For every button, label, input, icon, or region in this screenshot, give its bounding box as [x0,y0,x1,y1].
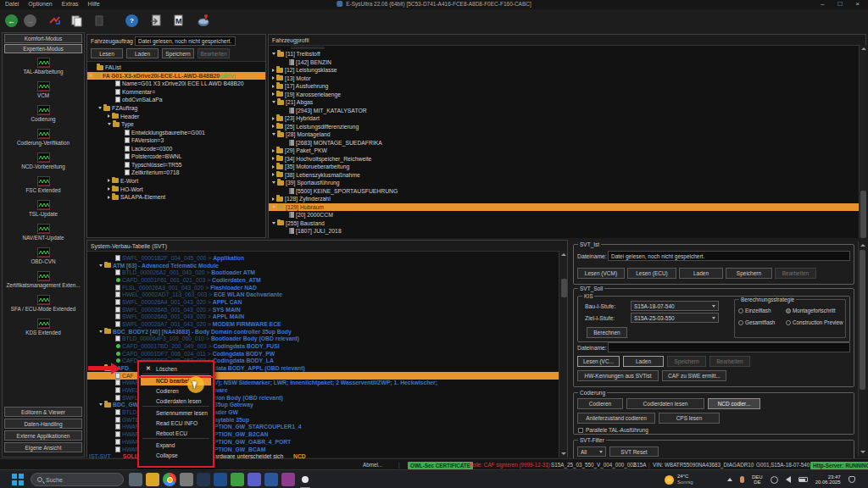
fa-button-laden[interactable]: Laden [126,48,159,58]
tree-row[interactable]: CAFD_00001DF7_006_024_011 > Codingdata B… [87,350,559,358]
tree-row[interactable]: [129] Hubraum [269,203,859,212]
expanded-chevron-icon[interactable] [98,107,102,109]
tree-row[interactable]: E-Wort [87,177,265,186]
svt-filter-select[interactable]: All [577,446,606,457]
tree-row[interactable]: SWFL_00001B2F_004_045_000 > Applikation [87,254,559,262]
ziel-i-stufe-select[interactable]: S15A-25-03-550 [631,313,719,323]
svt-ist-button-lesen-vcm-[interactable]: Lesen (VCM) [577,268,625,279]
hw-kennungen-button[interactable]: HW-Kennungen aus SVTist [577,370,659,381]
svt-soll-button-speichern[interactable]: Speichern [667,356,706,367]
menu-optionen[interactable]: Optionen [28,1,52,7]
tree-row[interactable]: [35] Motorueberarbeitung [269,163,859,171]
codierung-button-codierdaten-lesen[interactable]: Codierdaten lesen [626,398,704,409]
taskbar-icon-notes-app[interactable] [231,473,244,486]
sidebar-item-codierung[interactable]: Codierung [3,102,84,125]
tree-row[interactable]: HO-Wort [87,185,265,193]
data-disc-icon[interactable] [196,14,210,28]
menu-item-reboot-ecu[interactable]: Reboot ECU [141,428,211,438]
copy-icon[interactable] [70,14,84,28]
collapsed-chevron-icon[interactable] [272,197,275,201]
search-box[interactable]: Suche [31,473,124,486]
menu-item-codierdaten-lesen[interactable]: Codierdaten lesen [141,396,211,406]
tree-row[interactable]: [34] Hochvoltspeicher_Reichweite [269,155,859,164]
codierung-button-codieren[interactable]: Codieren [577,398,623,409]
bau-i-stufe-select[interactable]: S15A-18-07-540 [631,301,719,311]
tree-row[interactable]: BTLD_000026A2_001_043_020 > Bootloader A… [87,269,559,276]
expanded-chevron-icon[interactable] [272,181,275,184]
sidebar-item-nav-ent-update[interactable]: NAV/ENT-Update [3,220,84,244]
tree-row[interactable]: HWEL_00002AD7_113_063_003 > ECE WLAN Dac… [87,291,559,298]
expanded-chevron-icon[interactable] [99,330,103,333]
tree-row[interactable]: Entwicklungsbaureihe=G001 [87,128,265,136]
tree-row[interactable]: Typschlüssel=TR55 [87,161,265,169]
expanded-chevron-icon[interactable] [272,101,275,103]
tree-row[interactable]: FAVersion=3 [87,136,265,145]
clock[interactable]: 23:4720.06.2025 [815,474,841,485]
keyboard-layout[interactable]: DEUDE [752,474,763,485]
svt-reset-button[interactable]: SVT Reset [609,446,659,457]
anlieferzustand-button[interactable]: Anlieferzustand codieren [577,413,655,424]
taskbar-icon-dev-app[interactable] [197,473,210,486]
tree-row[interactable]: BDC_BODY2 [40] [NA43683] - Body Domain c… [87,328,559,336]
status-abmel-[interactable]: Abmel... [363,461,382,469]
tree-row[interactable]: SWFL_000026A5_001_043_020 > SYS MAIN [87,306,559,313]
taskbar-icon-word[interactable] [264,473,278,486]
sidebar-item-obd-cvn[interactable]: OBD-CVN [3,244,84,268]
volume-muted-icon[interactable] [786,476,791,483]
collapsed-chevron-icon[interactable] [272,173,275,176]
svt-ist-button-speichern[interactable]: Speichern [726,268,772,279]
close-button[interactable]: × [855,0,860,8]
weather-widget[interactable]: 24°CSonnig [665,472,693,487]
collapsed-chevron-icon[interactable] [272,125,275,128]
parallele-tal-checkbox[interactable]: Parallele TAL-Ausführung [578,427,648,433]
tree-row[interactable]: obdCvnSaLaPa [87,96,265,104]
collapsed-chevron-icon[interactable] [272,76,275,80]
tree-row[interactable]: [5500] KEINE_SPORTAUSFUEHRUNG [269,187,859,196]
radio-construction-preview[interactable]: Construction Preview [786,319,843,325]
tree-row[interactable]: SWFL_000026A6_001_043_020 > APPL MAIN [87,313,559,320]
sidebar-mode-experten[interactable]: Experten-Modus [4,44,82,53]
notification-icon[interactable] [849,476,855,483]
taskbar-icon-remote-app[interactable] [180,473,193,486]
tree-row[interactable]: Name=G01 X3 xDrive20i ECE LL AWD B48B20 [87,80,265,88]
tree-row[interactable]: [13] Motor [269,75,859,83]
svt-soll-button-lesen-vc-[interactable]: Lesen (VC... [577,356,620,367]
sidebar-item-zertifikatsmanagement-exten-[interactable]: Zertifikatsmanagement Exten... [3,268,84,291]
menu-item-collapse[interactable]: Collapse [141,450,211,460]
expanded-chevron-icon[interactable] [272,206,275,208]
svt-soll-button-bearbeiten[interactable]: Bearbeiten [709,356,750,367]
collapsed-chevron-icon[interactable] [108,114,110,118]
svt-ist-dateiname-field[interactable]: Datei gelesen, noch nicht gespeichert. [608,251,850,261]
tree-row[interactable]: [28] Montageland [269,130,859,139]
sidebar-button-daten-handling[interactable]: Daten-Handling [4,419,82,429]
radio-einzelflash[interactable]: Einzelflash [738,308,771,313]
back-icon[interactable]: ← [4,14,19,28]
radio-gesamtflash[interactable]: Gesamtflash [738,319,775,325]
tree-row[interactable]: [2943] MIT_KATALYSATOR [269,107,859,115]
report-icon[interactable] [149,14,164,28]
menu-datei[interactable]: Datei [5,1,19,7]
tree-row[interactable]: SALAPA-Element [87,193,265,202]
tree-row[interactable]: [29] Paket_PKW [269,147,859,155]
taskbar-icon-security-app[interactable] [214,473,227,486]
collapsed-chevron-icon[interactable] [108,196,110,199]
accessibility-icon[interactable] [771,476,778,484]
berechnen-button[interactable]: Berechnen [587,327,627,338]
sidebar-item-tsl-update[interactable]: TSL-Update [3,197,84,220]
taskbar-icon-file-explorer[interactable] [146,473,159,486]
tree-row[interactable]: Zeitkriterium=0718 [87,169,265,177]
taskbar-icon-chrome[interactable] [163,473,176,486]
sidebar-item-codierung-verifikation[interactable]: Codierung-Verifikation [3,125,84,149]
expanded-chevron-icon[interactable] [272,53,275,55]
collapsed-chevron-icon[interactable] [272,165,275,169]
collapsed-chevron-icon[interactable] [272,157,275,160]
tree-row[interactable]: Header [87,112,265,120]
editor-icon[interactable]: M [171,14,186,28]
expanded-chevron-icon[interactable] [89,75,92,77]
taskbar-icon-esys[interactable] [298,473,312,486]
expanded-chevron-icon[interactable] [272,133,275,136]
tree-row[interactable]: [39] Sportausführung [269,179,859,187]
sidebar-button-eigene-ansicht[interactable]: Eigene Ansicht [4,442,82,452]
collapsed-chevron-icon[interactable] [272,149,275,152]
collapsed-chevron-icon[interactable] [272,117,275,120]
